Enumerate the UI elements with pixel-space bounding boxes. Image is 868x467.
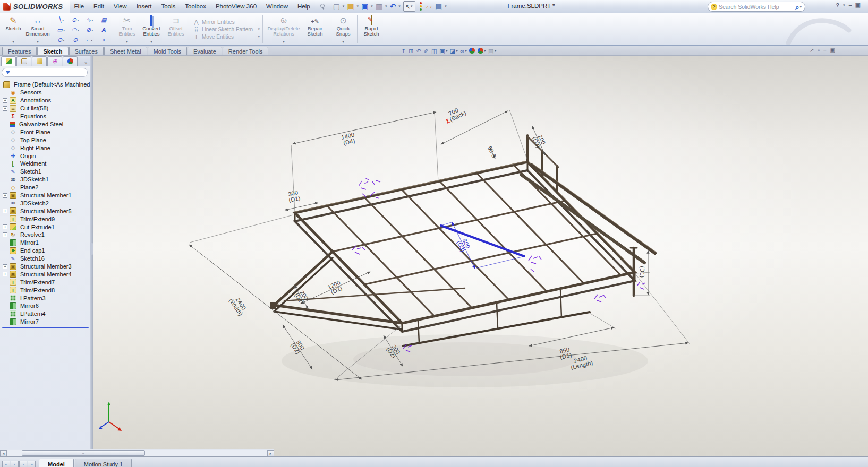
repair-sketch-button[interactable]: Repair Sketch xyxy=(303,13,327,45)
tree-item-lpattern4[interactable]: LPattern4 xyxy=(1,310,90,318)
menu-help[interactable]: Help xyxy=(293,1,315,13)
scrollbar-track[interactable] xyxy=(7,450,267,456)
search-caret-icon[interactable] xyxy=(799,5,802,9)
display-style-icon[interactable] xyxy=(450,47,457,55)
hide-show-items-icon[interactable] xyxy=(460,47,466,55)
select-tool-button[interactable] xyxy=(403,1,415,12)
smart-dimension-caret-icon[interactable] xyxy=(37,39,39,45)
expand-icon[interactable] xyxy=(3,98,7,103)
move-entities-caret-icon[interactable] xyxy=(258,34,260,39)
menu-view[interactable]: View xyxy=(109,1,132,13)
tree-item-structural-member1[interactable]: Structural Member1 xyxy=(1,192,90,200)
tree-item-sensors[interactable]: Sensors xyxy=(1,89,90,97)
trim-entities-button[interactable]: Trim Entities xyxy=(115,13,139,45)
view-settings-icon[interactable] xyxy=(488,47,496,55)
new-file-icon[interactable] xyxy=(332,1,341,12)
expand-icon[interactable] xyxy=(3,209,7,213)
minimize-icon[interactable] xyxy=(848,2,852,8)
scroll-left-icon[interactable] xyxy=(0,450,7,456)
circle-tool-button[interactable] xyxy=(68,15,82,25)
rectangle-tool-button[interactable] xyxy=(54,25,68,35)
save-caret-icon[interactable] xyxy=(371,4,373,8)
text-tool-button[interactable] xyxy=(97,25,111,35)
tab-property-manager[interactable] xyxy=(16,56,31,66)
sketch-button[interactable]: Sketch xyxy=(1,13,25,45)
undo-caret-icon[interactable] xyxy=(398,4,401,8)
tree-item-sketch1[interactable]: Sketch1 xyxy=(1,168,90,176)
help-caret-icon[interactable] xyxy=(843,3,845,7)
panel-overflow-chevron-icon[interactable] xyxy=(81,60,90,66)
rapid-sketch-button[interactable]: Rapid Sketch xyxy=(359,13,384,45)
menu-toolbox[interactable]: Toolbox xyxy=(180,1,211,13)
linear-sketch-pattern-button[interactable]: Linear Sketch Pattern xyxy=(193,27,260,32)
apply-scene-icon[interactable] xyxy=(478,47,486,55)
tab-sketch[interactable]: Sketch xyxy=(37,47,68,55)
print-icon[interactable] xyxy=(375,1,384,12)
arc-tool-button[interactable] xyxy=(68,25,82,35)
menu-edit[interactable]: Edit xyxy=(89,1,109,13)
dimension-label[interactable]: (D1) xyxy=(640,256,645,287)
tree-item-structural-member5[interactable]: Structural Member5 xyxy=(1,207,90,215)
viewport-canvas[interactable] xyxy=(93,56,868,456)
move-entities-button[interactable]: Move Entities xyxy=(193,34,260,40)
expand-icon[interactable] xyxy=(3,264,7,269)
tab-dimxpert-manager[interactable] xyxy=(47,56,62,66)
tab-evaluate[interactable]: Evaluate xyxy=(188,47,222,55)
tab-display-manager[interactable] xyxy=(63,56,78,66)
slot-tool-button[interactable] xyxy=(54,35,68,45)
tree-item-structural-member3[interactable]: Structural Member3 xyxy=(1,263,90,271)
tree-item-weldment[interactable]: Weldment xyxy=(1,160,90,168)
expand-icon[interactable] xyxy=(3,193,7,198)
tree-item-mirror6[interactable]: Mirror6 xyxy=(1,302,90,310)
viewport-minimize-icon[interactable] xyxy=(823,47,827,53)
rebuild-icon[interactable] xyxy=(418,2,424,11)
tree-item-front-plane[interactable]: Front Plane xyxy=(1,128,90,136)
tree-item-right-plane[interactable]: Right Plane xyxy=(1,144,90,152)
tree-item-sketch16[interactable]: Sketch16 xyxy=(1,255,90,263)
tree-item-trim-extend8[interactable]: Trim/Extend8 xyxy=(1,286,90,294)
viewport-restore-icon[interactable] xyxy=(830,47,835,53)
open-file-caret-icon[interactable] xyxy=(357,4,359,8)
tree-item-cut-extrude1[interactable]: Cut-Extrude1 xyxy=(1,223,90,231)
search-input[interactable] xyxy=(717,4,795,10)
expand-icon[interactable] xyxy=(3,272,7,276)
tree-item-equations[interactable]: Equations xyxy=(1,113,90,120)
tree-filter-input[interactable] xyxy=(2,68,88,77)
next-tab-icon[interactable] xyxy=(19,461,27,467)
print-caret-icon[interactable] xyxy=(385,4,387,8)
display-delete-caret-icon[interactable] xyxy=(283,39,285,45)
tree-item-material[interactable]: Galvanized Steel xyxy=(1,120,90,128)
tree-item-annotations[interactable]: Annotations xyxy=(1,97,90,105)
spline-tool-button[interactable] xyxy=(82,15,97,25)
tree-item-end-cap1[interactable]: End cap1 xyxy=(1,247,90,255)
select-caret-icon[interactable] xyxy=(411,4,413,8)
zoom-to-fit-icon[interactable] xyxy=(401,47,406,55)
last-tab-icon[interactable] xyxy=(28,461,36,467)
undo-icon[interactable] xyxy=(389,1,397,12)
edit-appearance-icon[interactable] xyxy=(469,48,475,54)
first-tab-icon[interactable] xyxy=(2,461,10,467)
polygon-tool-button[interactable] xyxy=(68,35,82,45)
menu-photoview360[interactable]: PhotoView 360 xyxy=(211,1,261,13)
convert-entities-caret-icon[interactable] xyxy=(150,39,152,45)
search-box[interactable] xyxy=(708,2,805,12)
section-view-icon[interactable] xyxy=(431,47,437,55)
file-properties-icon[interactable] xyxy=(425,1,433,12)
tab-features[interactable]: Features xyxy=(2,47,37,55)
tab-model[interactable]: Model xyxy=(39,459,74,467)
new-window-icon[interactable] xyxy=(818,47,820,53)
menu-window[interactable]: Window xyxy=(261,1,293,13)
tree-item-trim-extend9[interactable]: Trim/Extend9 xyxy=(1,215,90,223)
menu-file[interactable]: File xyxy=(70,1,89,13)
tree-item-3dsketch1[interactable]: 3DSketch1 xyxy=(1,176,90,184)
scrollbar-thumb[interactable] xyxy=(22,450,145,456)
tree-item-top-plane[interactable]: Top Plane xyxy=(1,136,90,144)
trim-entities-caret-icon[interactable] xyxy=(126,39,128,45)
tree-item-trim-extend7[interactable]: Trim/Extend7 xyxy=(1,278,90,286)
expand-icon[interactable] xyxy=(3,106,7,111)
line-tool-button[interactable] xyxy=(54,15,68,25)
tree-item-mirror7[interactable]: Mirror7 xyxy=(1,318,90,326)
expand-icon[interactable] xyxy=(3,224,7,229)
quick-snaps-button[interactable]: Quick Snaps xyxy=(331,13,355,45)
sketch-mode-icon[interactable] xyxy=(424,47,429,55)
